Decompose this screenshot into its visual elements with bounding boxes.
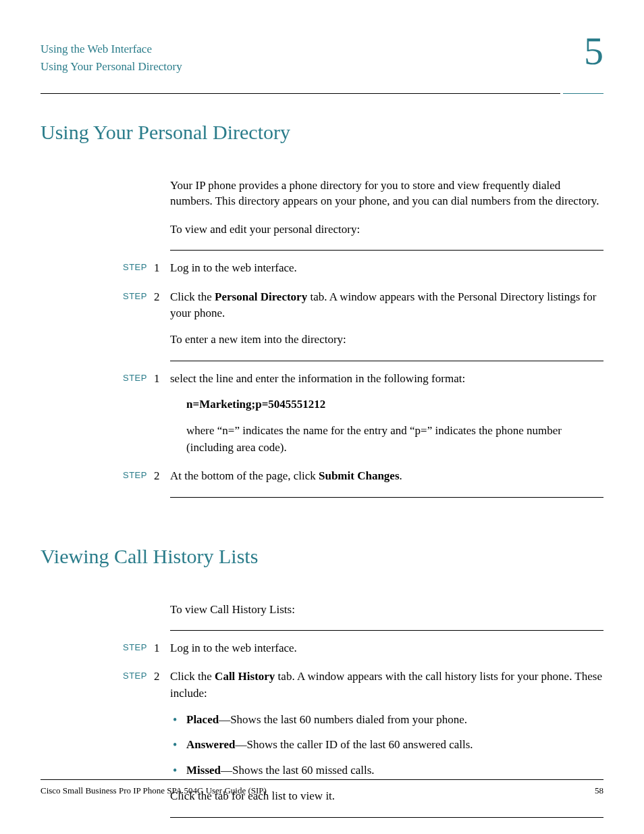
text-span: Click the [170, 670, 215, 683]
step-number: 1 [154, 371, 170, 388]
bold-span: Placed [186, 713, 219, 726]
chapter-underline [563, 93, 603, 94]
step-number: 2 [154, 669, 170, 685]
text-span: —Shows the caller ID of the last 60 answ… [235, 738, 473, 751]
section-title-personal-directory: Using Your Personal Directory [41, 121, 603, 144]
step-divider [170, 250, 603, 251]
step-lead: select the line and enter the informatio… [170, 371, 603, 388]
list-item: Answered—Shows the caller ID of the last… [186, 737, 603, 753]
step-number: 2 [154, 468, 170, 485]
step-body: Click the Call History tab. A window app… [170, 669, 603, 702]
text-span: —Shows the last 60 missed calls. [221, 764, 375, 777]
text-span: At the bottom of the page, click [170, 469, 319, 482]
running-head: Using the Web Interface Using Your Perso… [41, 41, 603, 76]
step-text: Log in to the web interface. [170, 260, 603, 277]
step-body: Log in to the web interface. [170, 260, 603, 277]
step-label: STEP [41, 468, 154, 482]
text-span: . [400, 469, 402, 482]
intro-block-2: To view Call History Lists: [170, 602, 603, 618]
intro-para-1: Your IP phone provides a phone directory… [170, 178, 603, 210]
intro-block-1: Your IP phone provides a phone directory… [170, 178, 603, 238]
step-body: Log in to the web interface. [170, 640, 603, 657]
intro-para-2: To view and edit your personal directory… [170, 221, 603, 238]
intro-para: To view Call History Lists: [170, 602, 603, 618]
step-body: Click the Personal Directory tab. A wind… [170, 289, 603, 322]
text-span: —Shows the last 60 numbers dialed from y… [219, 713, 467, 726]
step-number: 1 [154, 640, 170, 657]
list-item: Placed—Shows the last 60 numbers dialed … [186, 712, 603, 728]
step-followup: To enter a new item into the directory: [170, 332, 603, 348]
step-divider [170, 497, 603, 498]
step-number: 2 [154, 289, 170, 306]
step-row: STEP 2 At the bottom of the page, click … [41, 468, 603, 485]
bullet-list: Placed—Shows the last 60 numbers dialed … [170, 712, 603, 779]
running-head-line2: Using Your Personal Directory [41, 58, 603, 76]
indent-block: n=Marketing;p=5045551212 where “n=” indi… [186, 396, 603, 456]
page-header: Using the Web Interface Using Your Perso… [41, 41, 603, 91]
section-title-call-history: Viewing Call History Lists [41, 545, 603, 568]
code-example: n=Marketing;p=5045551212 [186, 396, 603, 413]
step-row: STEP 1 Log in to the web interface. [41, 260, 603, 277]
bold-span: Missed [186, 764, 221, 777]
step-body: At the bottom of the page, click Submit … [170, 468, 603, 485]
chapter-number: 5 [584, 28, 603, 74]
list-item: Missed—Shows the last 60 missed calls. [186, 762, 603, 779]
bold-span: Answered [186, 738, 235, 751]
page-footer: Cisco Small Business Pro IP Phone SPA 50… [41, 779, 603, 796]
step-divider [170, 817, 603, 818]
bold-span: Submit Changes [319, 469, 400, 482]
step-row: STEP 2 Click the Personal Directory tab.… [41, 289, 603, 348]
step-row: STEP 1 Log in to the web interface. [41, 640, 603, 657]
step-number: 1 [154, 260, 170, 277]
bold-span: Call History [215, 670, 275, 683]
step-divider [170, 630, 603, 631]
step-divider [170, 361, 603, 361]
step-text: select the line and enter the informatio… [170, 371, 603, 457]
step-row: STEP 1 select the line and enter the inf… [41, 371, 603, 457]
step-label: STEP [41, 640, 154, 654]
step-label: STEP [41, 669, 154, 683]
step-text: At the bottom of the page, click Submit … [170, 468, 603, 485]
running-head-line1: Using the Web Interface [41, 41, 603, 58]
step-text: Log in to the web interface. [170, 640, 603, 657]
step-text: Click the Personal Directory tab. A wind… [170, 289, 603, 348]
header-rule [41, 93, 560, 94]
text-span: Click the [170, 290, 215, 303]
code-explain: where “n=” indicates the name for the en… [186, 423, 603, 456]
bold-span: Personal Directory [215, 290, 307, 303]
footer-page-number: 58 [595, 785, 603, 796]
step-label: STEP [41, 371, 154, 385]
step-label: STEP [41, 260, 154, 274]
step-label: STEP [41, 289, 154, 303]
footer-title: Cisco Small Business Pro IP Phone SPA 50… [41, 785, 267, 796]
